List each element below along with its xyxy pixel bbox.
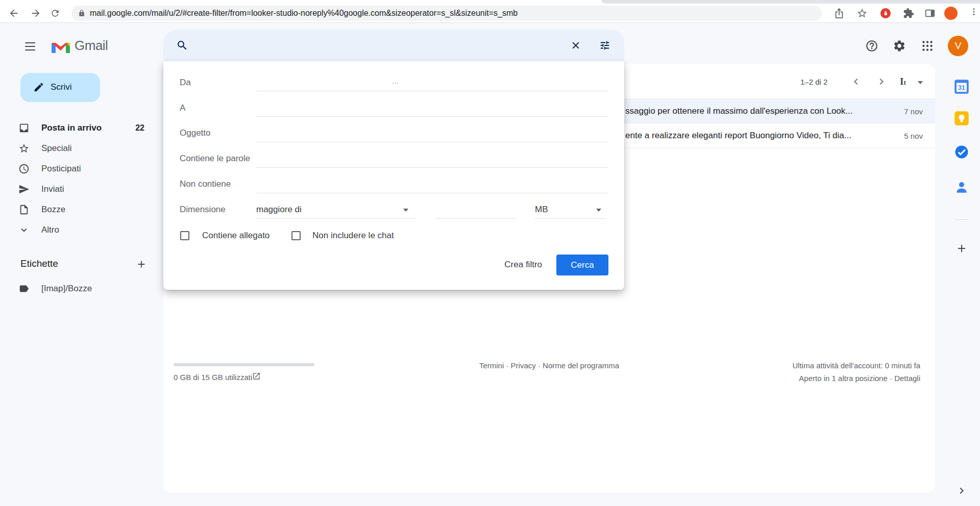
- search-icon[interactable]: [176, 39, 188, 52]
- url-text: mail.google.com/mail/u/2/#create-filter/…: [90, 9, 518, 18]
- sidebar-item-more[interactable]: Altro: [4, 220, 152, 240]
- sidebar-item-drafts[interactable]: Bozze: [4, 199, 152, 220]
- side-panel-icon[interactable]: [924, 8, 936, 19]
- screen: Gmail V Scrivi Posta in arrivo 22: [0, 0, 980, 506]
- exclude-chats-label: Non includere le chat: [312, 231, 394, 241]
- sidebar-item-label: Posticipati: [41, 164, 81, 174]
- input-tools-caret-icon[interactable]: [918, 81, 923, 84]
- create-filter-button[interactable]: Crea filtro: [504, 260, 542, 270]
- chevron-down-icon: [18, 224, 30, 236]
- settings-gear-icon[interactable]: [893, 39, 906, 53]
- browser-refresh-icon[interactable]: [50, 8, 60, 18]
- filter-field-from-value: ...: [392, 77, 399, 86]
- account-activity-text: Ultima attività dell'account: 0 minuti f…: [725, 361, 920, 370]
- browser-toolbar: mail.google.com/mail/u/2/#create-filter/…: [0, 0, 980, 23]
- newer-page-icon[interactable]: [850, 75, 862, 88]
- filter-field-label-haswords: Contiene le parole: [180, 154, 250, 164]
- pencil-icon: [33, 82, 44, 93]
- filter-field-label-to: A: [180, 103, 185, 113]
- open-in-new-icon[interactable]: [252, 372, 261, 381]
- contacts-icon[interactable]: [954, 180, 969, 195]
- sidebar-item-starred[interactable]: Speciali: [4, 138, 152, 159]
- get-addons-icon[interactable]: [955, 242, 968, 255]
- send-icon: [18, 184, 30, 195]
- mail-row-snippet: ente a realizzare eleganti report Buongi…: [625, 131, 851, 141]
- bookmark-star-icon[interactable]: [856, 8, 868, 19]
- draft-file-icon: [18, 204, 30, 215]
- search-button[interactable]: Cerca: [556, 255, 608, 275]
- sidebar-item-label: Altro: [41, 225, 59, 235]
- browser-menu-icon[interactable]: [969, 7, 978, 16]
- mail-row-date: 7 nov: [904, 107, 923, 116]
- share-icon[interactable]: [834, 8, 845, 19]
- size-amount-input[interactable]: [435, 218, 516, 219]
- expand-side-panel-icon[interactable]: [955, 485, 968, 497]
- storage-usage-text: 0 GB di 15 GB utilizzati: [174, 373, 252, 382]
- sidebar-item-imap-bozze[interactable]: [Imap]/Bozze: [4, 279, 152, 299]
- side-panel-divider: [954, 219, 969, 220]
- help-icon[interactable]: [865, 39, 878, 53]
- size-unit-caret-icon[interactable]: [596, 209, 601, 212]
- filter-field-subject-input[interactable]: [256, 142, 608, 142]
- filter-field-from-input[interactable]: [256, 91, 608, 91]
- sidebar-item-sent[interactable]: Inviati: [4, 179, 152, 199]
- pagination-count: 1–2 di 2: [800, 78, 827, 86]
- labels-heading: Etichette: [20, 258, 58, 269]
- sidebar-item-label: Bozze: [41, 205, 65, 215]
- browser-forward-icon[interactable]: [30, 8, 41, 19]
- avatar-letter: V: [955, 40, 962, 52]
- size-operator-select[interactable]: maggiore di: [256, 205, 302, 215]
- has-attachment-label: Contiene allegato: [202, 231, 270, 241]
- tab-strip: [601, 0, 980, 4]
- size-unit-select[interactable]: MB: [535, 205, 548, 215]
- address-bar[interactable]: mail.google.com/mail/u/2/#create-filter/…: [71, 6, 822, 21]
- search-bar[interactable]: [163, 30, 624, 61]
- mail-row-date: 5 nov: [904, 132, 923, 140]
- input-tools-icon[interactable]: It: [900, 76, 906, 87]
- filter-field-to-input[interactable]: [256, 116, 608, 117]
- account-activity-details[interactable]: Aperto in 1 altra posizione · Dettagli: [725, 374, 920, 383]
- sidebar-item-label: [Imap]/Bozze: [41, 284, 92, 294]
- label-tag-icon: [18, 283, 30, 294]
- sidebar-item-label: Posta in arrivo: [41, 123, 102, 133]
- svg-text:31: 31: [958, 84, 965, 91]
- google-apps-grid-icon[interactable]: [921, 39, 934, 53]
- inbox-icon: [18, 122, 30, 134]
- clear-search-icon[interactable]: [570, 40, 581, 51]
- has-attachment-checkbox[interactable]: [180, 231, 189, 240]
- gmail-logo-text: Gmail: [75, 38, 108, 54]
- main-menu-icon[interactable]: [24, 40, 36, 53]
- lock-icon[interactable]: [78, 10, 85, 17]
- sidebar-item-inbox[interactable]: Posta in arrivo 22: [4, 118, 152, 138]
- search-options-tune-icon[interactable]: [599, 40, 610, 51]
- size-operator-underline: [256, 218, 416, 219]
- older-page-icon[interactable]: [875, 75, 888, 88]
- inbox-count-badge: 22: [121, 123, 144, 133]
- filter-field-haswords-input[interactable]: [256, 167, 608, 168]
- exclude-chats-checkbox[interactable]: [291, 231, 301, 240]
- compose-label: Scrivi: [51, 82, 72, 92]
- sidebar-item-label: Speciali: [41, 143, 72, 154]
- account-avatar[interactable]: V: [948, 36, 968, 56]
- filter-field-label-size: Dimensione: [180, 205, 226, 215]
- mail-row-snippet: ssaggio per ottenere il massimo dall'esp…: [625, 106, 853, 116]
- filter-field-notcontain-input[interactable]: [256, 193, 608, 193]
- calendar-icon[interactable]: 31: [954, 79, 969, 94]
- size-unit-underline: [535, 218, 606, 219]
- compose-button[interactable]: Scrivi: [20, 73, 100, 102]
- browser-profile-avatar[interactable]: [944, 7, 958, 20]
- create-filter-dialog: Da ... A Oggetto Contiene le parole Non …: [163, 61, 624, 290]
- gmail-logo-icon: [50, 39, 71, 54]
- size-operator-caret-icon[interactable]: [403, 209, 408, 212]
- clock-icon: [18, 163, 30, 174]
- filter-field-label-notcontain: Non contiene: [180, 179, 231, 189]
- tasks-icon[interactable]: [954, 144, 969, 160]
- adblocker-extension-icon[interactable]: [880, 8, 891, 18]
- keep-icon[interactable]: [954, 111, 969, 126]
- star-icon: [18, 143, 30, 154]
- extensions-puzzle-icon[interactable]: [903, 8, 914, 19]
- sidebar-item-snoozed[interactable]: Posticipati: [4, 159, 152, 179]
- add-label-icon[interactable]: [136, 259, 147, 270]
- browser-back-icon[interactable]: [8, 8, 19, 19]
- filter-field-label-from: Da: [180, 78, 191, 88]
